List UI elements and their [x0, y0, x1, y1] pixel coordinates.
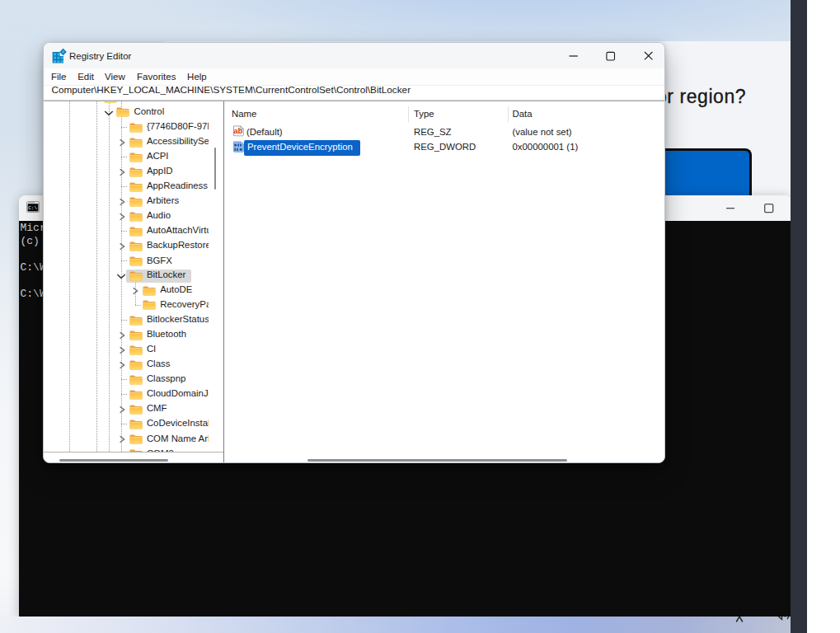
svg-text:C:\: C:\	[28, 204, 37, 210]
